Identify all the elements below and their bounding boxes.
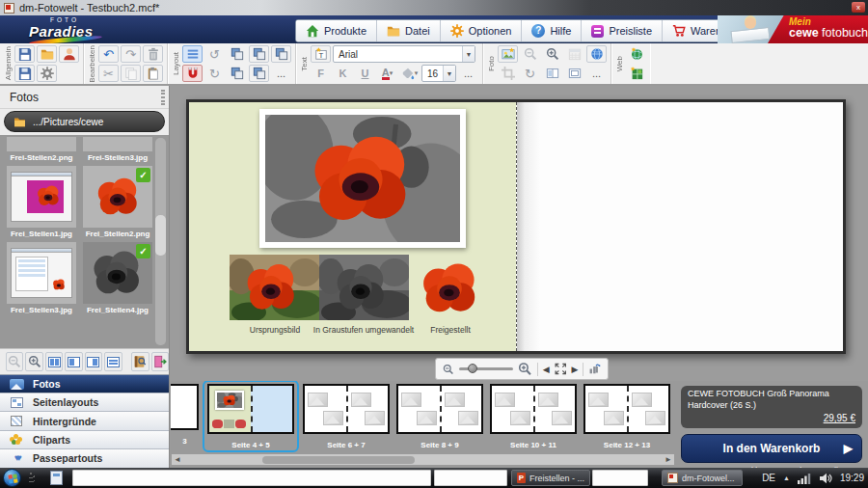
photo-thumb[interactable]: ✓ Frei_Stellen4.jpg	[83, 242, 152, 318]
fill-color-button[interactable]: ▾	[399, 65, 420, 82]
page-right[interactable]	[516, 102, 843, 351]
thumb-zoom-out-button[interactable]	[6, 352, 23, 371]
crop-button[interactable]	[498, 65, 518, 82]
spread-4-5[interactable]: Seite 4 + 5	[203, 381, 299, 452]
layer-down-button[interactable]	[227, 65, 247, 82]
sort-pages-icon[interactable]	[588, 363, 601, 375]
taskbar-freistellen-button[interactable]: P Freistellen - ...	[511, 470, 590, 486]
split-view-button[interactable]	[542, 65, 562, 82]
panel-splitter[interactable]	[161, 90, 165, 105]
calendar-button[interactable]	[564, 45, 584, 63]
paste-button[interactable]	[143, 65, 163, 82]
book-spread[interactable]: Ursprungsbild In Graustufen umgewandelt …	[186, 99, 846, 354]
spread-partial[interactable]: 3	[171, 384, 199, 446]
photo-grayscale[interactable]	[319, 255, 409, 320]
frame-button[interactable]	[564, 65, 584, 82]
view-mode-3-button[interactable]	[85, 352, 102, 371]
prev-page-button[interactable]: ◀	[543, 365, 550, 374]
photo-zoom-in-button[interactable]	[542, 45, 562, 63]
photo-thumb[interactable]: Frei_Stellen1.jpg	[7, 166, 76, 242]
fit-view-icon[interactable]	[555, 363, 567, 375]
view-mode-1-button[interactable]	[45, 352, 63, 371]
export-button[interactable]	[151, 352, 169, 371]
add-photo-button[interactable]	[498, 45, 518, 63]
photo-original[interactable]	[230, 255, 319, 320]
rotate-right-button[interactable]: ↻	[204, 65, 225, 82]
font-color-button[interactable]: A▾	[377, 65, 397, 82]
tray-expand-icon[interactable]: ▲	[783, 474, 790, 481]
photo-zoom-out-button[interactable]	[520, 45, 540, 63]
view-mode-4-button[interactable]	[104, 352, 122, 371]
main-photo[interactable]	[259, 109, 466, 248]
zoom-slider-handle[interactable]	[468, 364, 477, 373]
zoom-in-icon[interactable]	[518, 362, 532, 376]
italic-button[interactable]: K	[333, 65, 353, 82]
underline-button[interactable]: U	[355, 65, 375, 82]
align-button[interactable]	[182, 45, 203, 63]
spread-12-13[interactable]: Seite 12 + 13	[583, 384, 670, 449]
geo-button[interactable]	[586, 45, 607, 63]
taskbar-dmfotowelt-button[interactable]: dm-Fotowel...	[662, 470, 743, 486]
remove-layer-button[interactable]	[249, 65, 269, 82]
add-text-button[interactable]	[311, 45, 331, 63]
foto-more-button[interactable]: ...	[586, 65, 607, 82]
close-button[interactable]: x	[852, 2, 865, 13]
rotate-left-button[interactable]: ↺	[204, 45, 225, 63]
photo-thumb[interactable]: ✓ Frei_Stellen2.png	[83, 166, 152, 242]
copy-button[interactable]	[121, 65, 141, 82]
open-button[interactable]	[37, 45, 57, 63]
next-page-button[interactable]: ▶	[571, 365, 578, 374]
spread-10-11[interactable]: Seite 10 + 11	[490, 384, 577, 449]
title-bar[interactable]: dm-Fotowelt - Testbuch2.mcf* x	[0, 0, 868, 15]
font-size-select[interactable]: 16 ▼	[421, 65, 456, 82]
snap-magnet-button[interactable]	[182, 65, 203, 82]
network-icon[interactable]	[798, 473, 811, 484]
layer-order-button[interactable]	[271, 45, 291, 63]
sidebar-item-passepartouts[interactable]: ♥♥ Passepartouts	[0, 449, 169, 468]
undo-button[interactable]: ↶	[98, 45, 119, 63]
web-globe-button[interactable]	[626, 45, 646, 63]
scroll-right-icon[interactable]: ►	[663, 455, 674, 464]
text-more-button[interactable]: ...	[458, 65, 478, 82]
sidebar-item-fotos[interactable]: Fotos	[0, 375, 169, 393]
redo-button[interactable]: ↷	[121, 45, 141, 63]
photo-rotate-button[interactable]: ↻	[520, 65, 540, 82]
zoom-out-icon[interactable]	[443, 364, 454, 375]
web-grid-button[interactable]	[626, 65, 646, 82]
layout-more-button[interactable]: ...	[271, 65, 291, 82]
scroll-left-icon[interactable]: ◄	[172, 455, 183, 464]
scrollbar-thumb[interactable]	[155, 215, 166, 256]
filmstrip-scrollbar[interactable]: ◄ ►	[171, 453, 675, 466]
send-back-button[interactable]	[227, 45, 247, 63]
photo-thumb[interactable]: Frei-Stellen3.jpg	[83, 137, 152, 166]
browse-book-button[interactable]	[131, 352, 149, 371]
photo-thumb[interactable]: Frei_Stellen3.jpg	[7, 242, 76, 318]
editor-canvas[interactable]: Ursprungsbild In Graustufen umgewandelt …	[171, 86, 868, 381]
sidebar-item-cliparts[interactable]: Cliparts	[0, 431, 169, 449]
pinned-app-icon[interactable]	[50, 471, 63, 485]
settings-button[interactable]	[37, 65, 57, 82]
speaker-icon[interactable]	[819, 472, 832, 485]
scrollbar-thumb[interactable]	[262, 456, 415, 464]
language-indicator[interactable]: DE	[762, 473, 775, 483]
clock[interactable]: 19:29	[840, 473, 864, 483]
save-as-button[interactable]	[14, 65, 35, 82]
menu-optionen[interactable]: Optionen	[441, 20, 523, 41]
spread-8-9[interactable]: Seite 8 + 9	[396, 384, 483, 449]
menu-datei[interactable]: Datei	[377, 20, 441, 41]
cut-button[interactable]: ✂	[98, 65, 119, 82]
page-left[interactable]: Ursprungsbild In Graustufen umgewandelt …	[189, 102, 516, 351]
caption-text[interactable]: Freigestellt	[388, 325, 513, 335]
menu-produkte[interactable]: Produkte	[296, 20, 377, 41]
account-button[interactable]	[59, 45, 79, 63]
thumb-zoom-in-button[interactable]	[25, 352, 42, 371]
bring-front-button[interactable]	[249, 45, 269, 63]
photo-thumb[interactable]: Frei-Stellen2.png	[7, 137, 76, 166]
font-family-select[interactable]: Arial ▼	[333, 45, 475, 63]
start-button[interactable]	[3, 469, 21, 487]
sidebar-item-hintergruende[interactable]: Hintergründe	[0, 412, 169, 430]
folder-path-bar[interactable]: .../Pictures/cewe	[4, 111, 165, 132]
spread-6-7[interactable]: Seite 6 + 7	[303, 384, 390, 449]
menu-preisliste[interactable]: Preisliste	[582, 20, 663, 41]
taskbar-window-button[interactable]	[72, 470, 431, 486]
